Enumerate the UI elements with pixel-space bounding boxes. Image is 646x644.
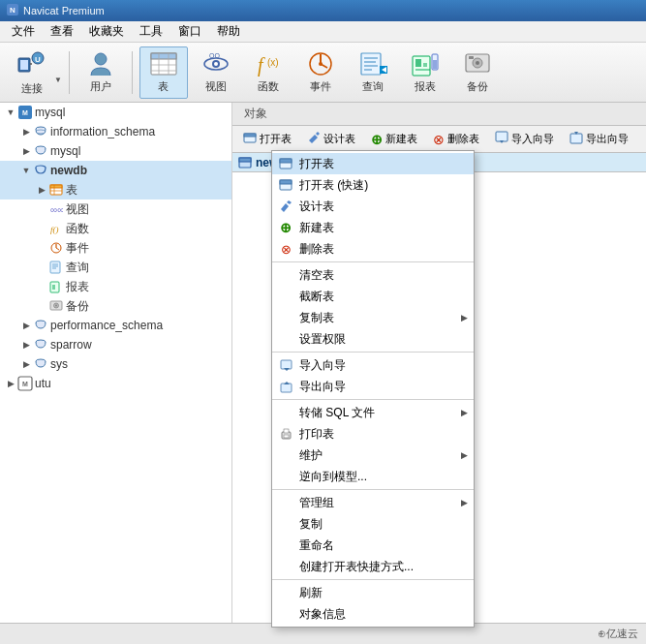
object-tab-label: 对象	[236, 106, 275, 122]
delete-table-btn[interactable]: ⊗ 删除表	[426, 129, 486, 150]
design-table-btn[interactable]: 设计表	[300, 129, 362, 150]
toolbar-user-btn[interactable]: 用户	[77, 46, 125, 99]
menu-file[interactable]: 文件	[4, 21, 43, 42]
toolbar-table-btn[interactable]: 表	[139, 46, 188, 99]
menu-favorites[interactable]: 收藏夹	[81, 21, 132, 42]
expander-newdb-tables[interactable]: ▶	[35, 183, 48, 197]
newdb-funcs-icon: f()	[48, 221, 64, 236]
svg-rect-36	[433, 60, 437, 69]
object-tab-bar: 对象	[232, 103, 646, 126]
svg-text:OO: OO	[209, 52, 220, 59]
svg-text:f(): f()	[50, 225, 59, 234]
tree-utu[interactable]: ▶ M utu	[0, 374, 231, 393]
tree-sparrow[interactable]: ▶ sparrow	[0, 335, 231, 354]
toolbar-connect-label: 连接	[21, 81, 43, 96]
ctx-set-permission[interactable]: 设置权限	[272, 328, 474, 350]
expander-perf-schema[interactable]: ▶	[19, 319, 33, 332]
toolbar-backup-btn[interactable]: 备份	[453, 46, 502, 99]
open-table-icon	[243, 131, 257, 147]
ctx-clear-label: 清空表	[299, 267, 334, 284]
svg-text:M: M	[22, 109, 28, 116]
svg-rect-48	[50, 185, 62, 188]
ctx-copy-table-label: 复制表	[299, 310, 334, 326]
ctx-shortcut-label: 创建打开表快捷方式...	[299, 559, 414, 575]
expander-newdb[interactable]: ▼	[19, 164, 33, 177]
ctx-reverse-model[interactable]: 逆向到模型...	[272, 466, 474, 487]
svg-point-64	[55, 305, 57, 307]
toolbar-table-label: 表	[158, 79, 169, 94]
tree-info-schema[interactable]: ▶ information_schema	[0, 122, 231, 141]
ctx-open-table-fast[interactable]: 打开表 (快速)	[272, 174, 474, 196]
menu-tools[interactable]: 工具	[132, 21, 170, 42]
expander-sparrow[interactable]: ▶	[19, 338, 33, 352]
tree-newdb-queries[interactable]: 查询	[0, 258, 231, 277]
ctx-new-table[interactable]: ⊕ 新建表	[272, 217, 474, 238]
toolbar-sep2	[132, 51, 133, 94]
ctx-object-info[interactable]: 对象信息	[272, 603, 474, 625]
menu-window[interactable]: 窗口	[170, 21, 209, 42]
svg-text:f: f	[258, 54, 265, 77]
connect-dropdown-arrow[interactable]: ▼	[54, 76, 62, 84]
ctx-maintain[interactable]: 维护 ▶	[272, 445, 474, 466]
mysql-icon: M	[17, 105, 33, 120]
ctx-transfer-sql[interactable]: 转储 SQL 文件 ▶	[272, 402, 474, 423]
toolbar-report-btn[interactable]: 报表	[401, 46, 449, 99]
design-table-icon	[307, 131, 321, 147]
svg-rect-33	[423, 63, 427, 67]
ctx-truncate-label: 截断表	[299, 289, 334, 305]
tree-newdb-views[interactable]: ▶ ∞∞ 视图	[0, 199, 231, 219]
toolbar-func-btn[interactable]: f (x) 函数	[244, 46, 292, 99]
tree-sys[interactable]: ▶ sys	[0, 354, 231, 374]
toolbar-query-btn[interactable]: 查询	[349, 46, 397, 99]
ctx-transfer-arrow: ▶	[461, 408, 468, 417]
expander-utu[interactable]: ▶	[4, 377, 17, 390]
open-table-btn[interactable]: 打开表	[236, 129, 298, 150]
tree-newdb-backups[interactable]: 备份	[0, 296, 231, 316]
svg-point-16	[214, 62, 218, 66]
toolbar-view-label: 视图	[205, 79, 227, 94]
tree-newdb-reports[interactable]: 报表	[0, 277, 231, 296]
expander-mysql-db[interactable]: ▶	[19, 144, 33, 158]
tree-newdb-tables[interactable]: ▶ 表	[0, 180, 231, 199]
toolbar-query-label: 查询	[362, 79, 384, 94]
expander-info-schema[interactable]: ▶	[19, 125, 33, 138]
menu-view[interactable]: 查看	[43, 21, 81, 42]
new-table-btn[interactable]: ⊕ 新建表	[364, 129, 424, 150]
ctx-truncate-table[interactable]: 截断表	[272, 286, 474, 307]
newdb-queries-label: 查询	[66, 260, 89, 276]
sys-icon	[33, 356, 48, 372]
ctx-rename[interactable]: 重命名	[272, 535, 474, 556]
mysql-db-icon	[33, 143, 48, 159]
ctx-export-label: 导出向导	[299, 379, 346, 395]
ctx-copy-table[interactable]: 复制表 ▶	[272, 307, 474, 328]
ctx-import[interactable]: 导入向导	[272, 354, 474, 376]
ctx-design-table[interactable]: 设计表	[272, 196, 474, 217]
ctx-print-table[interactable]: 打印表	[272, 423, 474, 445]
toolbar-view-btn[interactable]: OO 视图	[192, 46, 240, 99]
expander-sys[interactable]: ▶	[19, 357, 33, 371]
sparrow-label: sparrow	[50, 338, 92, 352]
import-wizard-btn[interactable]: 导入向导	[488, 129, 561, 150]
ctx-export[interactable]: 导出向导	[272, 376, 474, 397]
tree-newdb-events[interactable]: 事件	[0, 238, 231, 258]
ctx-manage-group[interactable]: 管理组 ▶	[272, 492, 474, 513]
ctx-create-shortcut[interactable]: 创建打开表快捷方式...	[272, 556, 474, 577]
ctx-open-table[interactable]: 打开表	[272, 153, 474, 174]
menu-help[interactable]: 帮助	[209, 21, 248, 42]
svg-rect-56	[50, 261, 60, 273]
perf-schema-icon	[33, 318, 48, 333]
tree-mysql-db[interactable]: ▶ mysql	[0, 141, 231, 161]
toolbar-connect-btn[interactable]: U 连接	[8, 46, 56, 99]
ctx-delete-table[interactable]: ⊗ 删除表	[272, 238, 474, 260]
ctx-clear-table[interactable]: 清空表	[272, 264, 474, 286]
tree-perf-schema[interactable]: ▶ performance_schema	[0, 316, 231, 335]
ctx-copy-item[interactable]: 复制	[272, 513, 474, 535]
ctx-refresh[interactable]: 刷新	[272, 582, 474, 603]
tree-newdb[interactable]: ▼ newdb	[0, 161, 231, 180]
svg-rect-84	[281, 383, 292, 392]
tree-newdb-funcs[interactable]: ▶ f() 函数	[0, 219, 231, 238]
tree-mysql-root[interactable]: ▼ M mysql	[0, 103, 231, 122]
expander-mysql[interactable]: ▼	[4, 106, 17, 119]
export-wizard-btn[interactable]: 导出向导	[563, 129, 635, 150]
toolbar-event-btn[interactable]: 事件	[296, 46, 345, 99]
